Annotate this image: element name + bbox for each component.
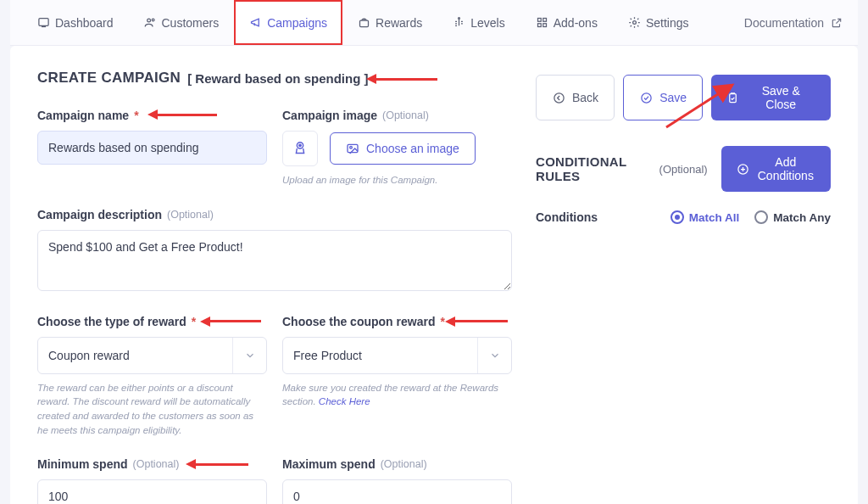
svg-rect-5 — [537, 19, 541, 22]
description-textarea[interactable] — [37, 230, 512, 291]
addons-icon — [536, 16, 548, 29]
documentation-link[interactable]: Documentation — [744, 0, 843, 45]
radio-match-all[interactable]: Match All — [670, 210, 740, 224]
documentation-label: Documentation — [744, 16, 824, 30]
levels-icon — [453, 16, 465, 29]
chevron-down-icon — [477, 338, 511, 373]
nav-label: Add-ons — [554, 16, 598, 30]
check-circle-icon — [639, 91, 653, 104]
svg-rect-8 — [542, 24, 546, 27]
coupon-select[interactable]: Free Product — [282, 337, 512, 374]
nav-label: Campaigns — [267, 16, 327, 30]
radio-dot-icon — [670, 210, 684, 224]
optional-tag: (Optional) — [659, 163, 708, 176]
field-reward-type: Choose the type of reward * Coupon rewar… — [37, 315, 267, 438]
conditions-label: Conditions — [536, 210, 598, 224]
page-title: CREATE CAMPAIGN — [37, 70, 181, 87]
annotation-arrow — [445, 316, 508, 327]
annotation-arrow — [200, 316, 261, 327]
svg-rect-7 — [537, 24, 541, 27]
required-mark: * — [192, 315, 196, 328]
svg-rect-6 — [542, 19, 546, 22]
save-button[interactable]: Save — [623, 75, 703, 120]
svg-rect-0 — [39, 19, 48, 26]
conditional-rules-title: CONDITIONAL RULES — [536, 154, 659, 183]
nav-label: Rewards — [376, 16, 422, 30]
min-spend-input[interactable] — [37, 479, 267, 504]
svg-point-9 — [633, 21, 637, 25]
back-button[interactable]: Back — [536, 75, 615, 120]
save-close-button[interactable]: Save & Close — [711, 75, 831, 120]
max-spend-label: Maximum spend — [282, 457, 376, 471]
svg-point-17 — [642, 92, 651, 102]
page-content: CREATE CAMPAIGN [ Reward based on spendi… — [10, 46, 858, 504]
nav-label: Levels — [470, 16, 504, 30]
choose-image-label: Choose an image — [366, 142, 459, 155]
annotation-arrow — [186, 459, 248, 469]
top-navigation: Dashboard Customers Campaigns Rewards Le… — [10, 0, 858, 46]
form-main: CREATE CAMPAIGN [ Reward based on spendi… — [37, 70, 512, 504]
plus-circle-icon — [737, 162, 749, 176]
coupon-label: Choose the coupon reward — [282, 315, 435, 328]
coupon-help: Make sure you created the reward at the … — [282, 381, 512, 409]
min-spend-label: Minimum spend — [37, 457, 128, 471]
required-mark: * — [440, 315, 444, 328]
add-conditions-button[interactable]: Add Conditions — [721, 146, 831, 192]
check-here-link[interactable]: Check Here — [319, 396, 370, 406]
svg-point-1 — [147, 19, 150, 22]
nav-dashboard[interactable]: Dashboard — [22, 0, 129, 45]
radio-match-any[interactable]: Match Any — [754, 210, 831, 224]
nav-label: Customers — [162, 16, 220, 30]
nav-levels[interactable]: Levels — [437, 0, 520, 45]
nav-addons[interactable]: Add-ons — [520, 0, 613, 45]
svg-point-2 — [152, 19, 154, 21]
nav-settings[interactable]: Settings — [613, 0, 704, 45]
svg-point-16 — [554, 92, 563, 102]
required-mark: * — [134, 109, 138, 122]
svg-point-13 — [299, 144, 301, 146]
add-conditions-label: Add Conditions — [756, 155, 815, 182]
conditions-match-group: Match All Match Any — [670, 210, 831, 224]
reward-type-value: Coupon reward — [38, 339, 140, 372]
radio-label: Match All — [689, 211, 740, 224]
reward-type-select[interactable]: Coupon reward — [37, 337, 267, 374]
svg-rect-3 — [360, 20, 369, 27]
description-label: Campaign description — [37, 208, 162, 221]
max-spend-input[interactable] — [282, 479, 512, 504]
svg-point-4 — [459, 18, 460, 20]
image-icon — [346, 142, 359, 155]
save-label: Save — [659, 91, 687, 104]
field-max-spend: Maximum spend (Optional) The maximum amo… — [282, 457, 512, 504]
nav-campaigns[interactable]: Campaigns — [234, 0, 342, 45]
optional-tag: (Optional) — [167, 209, 214, 221]
nav-customers[interactable]: Customers — [129, 0, 235, 45]
annotation-arrow — [366, 74, 437, 84]
reward-type-label: Choose the type of reward — [37, 315, 186, 328]
campaigns-icon — [249, 16, 262, 29]
reward-type-help: The reward can be either points or a dis… — [37, 381, 267, 438]
svg-point-15 — [350, 146, 353, 148]
page-subtitle: [ Reward based on spending ] — [187, 71, 368, 86]
field-coupon-reward: Choose the coupon reward * Free Product … — [282, 315, 512, 438]
campaign-image-label: Campaign image — [282, 109, 377, 122]
back-label: Back — [572, 91, 598, 104]
coupon-value: Free Product — [283, 339, 372, 372]
field-min-spend: Minimum spend (Optional) How much a cust… — [37, 457, 267, 504]
settings-icon — [628, 16, 641, 29]
field-campaign-image: Campaign image (Optional) Choose an imag… — [282, 109, 512, 188]
save-close-label: Save & Close — [746, 84, 815, 111]
optional-tag: (Optional) — [133, 458, 180, 470]
annotation-arrow — [147, 109, 217, 120]
back-icon — [552, 91, 565, 104]
svg-rect-18 — [730, 93, 737, 102]
dashboard-icon — [37, 16, 50, 29]
field-campaign-name: Campaign name * — [37, 109, 267, 188]
campaign-name-input[interactable] — [37, 131, 267, 165]
choose-image-button[interactable]: Choose an image — [330, 132, 476, 165]
side-panel: Back Save Save & Close CONDITIONAL RULES… — [536, 70, 831, 504]
customers-icon — [144, 16, 157, 29]
optional-tag: (Optional) — [382, 109, 429, 121]
nav-label: Settings — [646, 16, 689, 30]
nav-rewards[interactable]: Rewards — [342, 0, 437, 45]
image-help: Upload an image for this Campaign. — [282, 173, 512, 188]
